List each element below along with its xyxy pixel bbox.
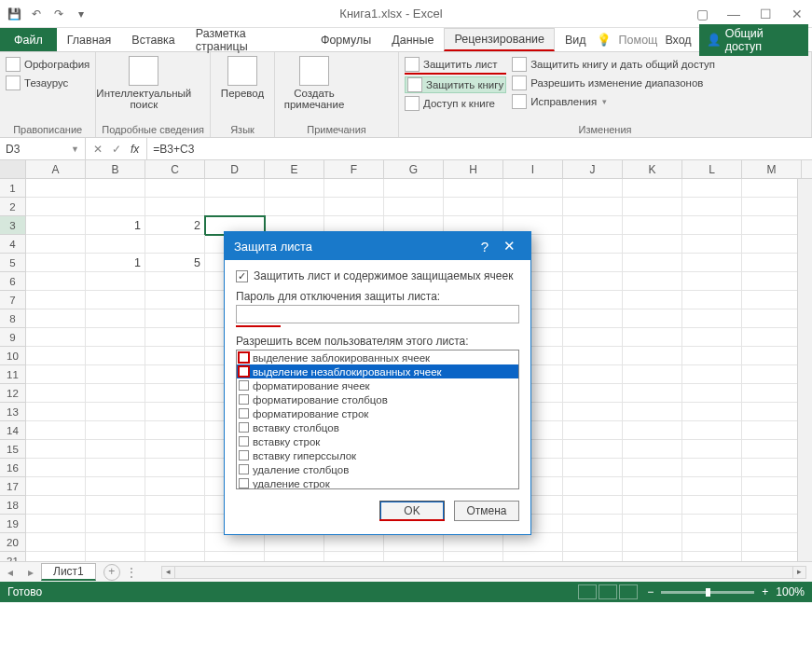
- col-header[interactable]: K: [623, 160, 682, 178]
- cell[interactable]: [503, 179, 563, 198]
- protect-contents-checkbox[interactable]: ✓ Защитить лист и содержимое защищаемых …: [236, 269, 519, 282]
- cell[interactable]: [563, 328, 623, 347]
- new-comment-button[interactable]: Создать примечание: [281, 56, 348, 110]
- cell[interactable]: [384, 552, 444, 561]
- close-icon[interactable]: ✕: [788, 7, 806, 21]
- sheet-nav-next-icon[interactable]: ▸: [21, 566, 41, 579]
- cell[interactable]: [444, 533, 503, 552]
- tab-formulas[interactable]: Формулы: [310, 28, 381, 51]
- minimize-icon[interactable]: —: [724, 7, 743, 21]
- row-header[interactable]: 5: [0, 254, 26, 272]
- permission-item[interactable]: удаление строк: [237, 476, 518, 489]
- row-header[interactable]: 16: [0, 459, 26, 477]
- cell[interactable]: [742, 235, 802, 254]
- cell[interactable]: [563, 459, 623, 477]
- row-header[interactable]: 8: [0, 309, 26, 328]
- checkbox-icon[interactable]: [239, 464, 249, 474]
- cell[interactable]: [265, 179, 324, 198]
- row-header[interactable]: 1: [0, 179, 26, 198]
- cell[interactable]: [145, 179, 205, 198]
- tab-data[interactable]: Данные: [381, 28, 444, 51]
- cell[interactable]: [26, 291, 86, 309]
- vertical-scrollbar[interactable]: [797, 179, 812, 561]
- cell[interactable]: [623, 515, 682, 533]
- cell[interactable]: [742, 216, 802, 235]
- cell[interactable]: [26, 347, 86, 365]
- checkbox-icon[interactable]: [239, 478, 249, 488]
- cell[interactable]: [563, 477, 623, 496]
- cell[interactable]: [623, 198, 682, 216]
- zoom-slider[interactable]: [661, 591, 754, 594]
- cell[interactable]: [86, 421, 145, 440]
- cell[interactable]: [26, 216, 86, 235]
- cell[interactable]: [563, 235, 623, 254]
- cell[interactable]: [623, 347, 682, 365]
- password-input[interactable]: [236, 305, 519, 323]
- cell[interactable]: [563, 272, 623, 291]
- share-workbook-button[interactable]: Доступ к книге: [405, 95, 506, 112]
- cell[interactable]: [503, 552, 563, 561]
- cell[interactable]: [26, 179, 86, 198]
- next-comment-icon[interactable]: [353, 104, 370, 121]
- cell[interactable]: [86, 403, 145, 421]
- zoom-out-icon[interactable]: −: [647, 585, 654, 598]
- cell[interactable]: [682, 198, 742, 216]
- cell[interactable]: [205, 552, 265, 561]
- cell[interactable]: [623, 421, 682, 440]
- cell[interactable]: [86, 179, 145, 198]
- cell[interactable]: [86, 533, 145, 552]
- cell[interactable]: [742, 421, 802, 440]
- cell[interactable]: [742, 328, 802, 347]
- cell[interactable]: [742, 533, 802, 552]
- cell[interactable]: [86, 496, 145, 515]
- cell[interactable]: [623, 179, 682, 198]
- cell[interactable]: [26, 533, 86, 552]
- permission-item[interactable]: вставку столбцов: [237, 420, 518, 434]
- cell[interactable]: [682, 533, 742, 552]
- checkbox-icon[interactable]: [239, 380, 249, 391]
- cell[interactable]: [682, 440, 742, 459]
- cell[interactable]: [145, 272, 205, 291]
- cell[interactable]: [682, 328, 742, 347]
- cell[interactable]: [86, 309, 145, 328]
- cell[interactable]: [145, 421, 205, 440]
- cell[interactable]: [682, 216, 742, 235]
- allow-ranges-button[interactable]: Разрешить изменение диапазонов: [512, 75, 715, 91]
- row-header[interactable]: 19: [0, 515, 26, 533]
- cell[interactable]: [145, 235, 205, 254]
- cell[interactable]: [682, 477, 742, 496]
- ribbon-display-icon[interactable]: ▢: [693, 7, 711, 21]
- tell-me-icon[interactable]: 💡: [597, 33, 612, 47]
- cell[interactable]: [682, 235, 742, 254]
- cell[interactable]: [26, 459, 86, 477]
- cell[interactable]: [145, 384, 205, 403]
- cell[interactable]: [742, 272, 802, 291]
- cell[interactable]: [682, 254, 742, 272]
- permission-item[interactable]: форматирование строк: [237, 406, 518, 420]
- cell[interactable]: [682, 552, 742, 561]
- cell[interactable]: [623, 403, 682, 421]
- cell[interactable]: [26, 272, 86, 291]
- horizontal-scrollbar[interactable]: ◂ ▸: [161, 566, 806, 579]
- page-break-icon[interactable]: [619, 584, 638, 599]
- customize-qat-icon[interactable]: ▾: [73, 6, 89, 22]
- cell[interactable]: [86, 235, 145, 254]
- checkbox-icon[interactable]: [239, 436, 249, 447]
- row-header[interactable]: 4: [0, 235, 26, 254]
- cell[interactable]: [86, 272, 145, 291]
- cell[interactable]: [26, 198, 86, 216]
- cell[interactable]: [86, 515, 145, 533]
- cell[interactable]: [145, 328, 205, 347]
- row-header[interactable]: 10: [0, 347, 26, 365]
- permission-item[interactable]: выделение заблокированных ячеек: [237, 350, 518, 364]
- cell[interactable]: 5: [145, 254, 205, 272]
- close-icon[interactable]: ✕: [497, 238, 521, 254]
- cell[interactable]: [563, 198, 623, 216]
- row-header[interactable]: 9: [0, 328, 26, 347]
- checkbox-icon[interactable]: [239, 352, 249, 363]
- cell[interactable]: [265, 198, 324, 216]
- col-header[interactable]: I: [503, 160, 563, 178]
- col-header[interactable]: B: [86, 160, 145, 178]
- cell[interactable]: [324, 552, 384, 561]
- cell[interactable]: [145, 440, 205, 459]
